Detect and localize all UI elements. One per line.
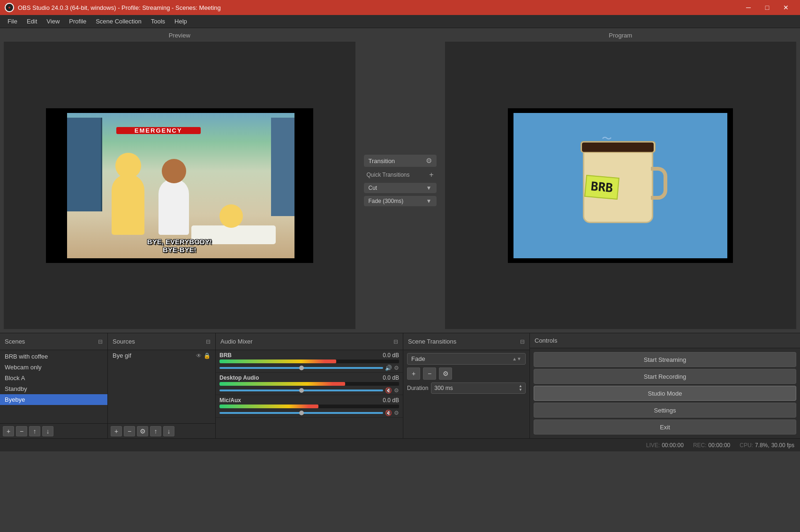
menubar: File Edit View Profile Scene Collection … (0, 15, 800, 28)
scene-transitions-icon[interactable]: ⊟ (520, 338, 525, 345)
quick-transitions-label: Quick Transitions (367, 172, 430, 178)
transition-add-button[interactable]: + (407, 367, 420, 380)
right-black-bar (297, 108, 313, 263)
controls-title: Controls (535, 337, 557, 344)
audio-brb-slider[interactable] (219, 367, 383, 369)
audio-section: Audio Mixer ⊟ BRB 0.0 dB 🔊 ⚙ Desktop (216, 333, 403, 438)
audio-icon[interactable]: ⊟ (393, 338, 398, 345)
transition-settings-icon[interactable]: ⚙ (426, 157, 432, 165)
sources-down-button[interactable]: ↓ (163, 426, 174, 436)
audio-desktop-settings-icon[interactable]: ⚙ (394, 387, 399, 394)
scenes-icon[interactable]: ⊟ (98, 338, 103, 345)
audio-desktop-slider[interactable] (219, 390, 383, 391)
fade-chevron-icon: ▼ (426, 198, 432, 204)
subtitle-line2: BYE-BYE! (147, 246, 212, 254)
exit-button[interactable]: Exit (534, 420, 796, 435)
source-item-bye-gif[interactable]: Bye gif 👁 🔒 (108, 350, 215, 361)
audio-title: Audio Mixer (220, 338, 253, 345)
transition-remove-button[interactable]: − (423, 367, 436, 380)
controls-section: Controls Start Streaming Start Recording… (530, 333, 800, 438)
start-streaming-button[interactable]: Start Streaming (534, 352, 796, 367)
live-status: LIVE: 00:00:00 (646, 442, 684, 449)
sources-add-button[interactable]: + (111, 426, 122, 436)
bottom-panel: Scenes ⊟ BRB with coffee Webcam only Blo… (0, 333, 800, 438)
quick-transitions-add-icon[interactable]: + (429, 171, 433, 179)
program-area: BRB 〜 (445, 42, 797, 329)
close-button[interactable]: ✕ (777, 0, 795, 15)
duration-input-box[interactable]: 300 ms ▲ ▼ (431, 382, 526, 394)
transitions-actions: + − ⚙ (407, 367, 526, 380)
sources-section: Sources ⊟ Bye gif 👁 🔒 + − ⚙ ↑ ↓ (108, 333, 216, 438)
audio-mic-meter (219, 405, 399, 408)
audio-desktop-thumb (299, 388, 304, 393)
transition-settings-button[interactable]: ⚙ (439, 367, 452, 380)
scene-item-blocka[interactable]: Block A (0, 373, 107, 383)
scenes-add-button[interactable]: + (3, 426, 14, 436)
sources-title: Sources (113, 338, 135, 345)
audio-mic-slider[interactable] (219, 412, 383, 414)
maximize-button[interactable]: □ (758, 0, 777, 15)
audio-mic-settings-icon[interactable]: ⚙ (394, 410, 399, 416)
menu-profile[interactable]: Profile (64, 16, 91, 26)
source-lock-icon[interactable]: 🔒 (204, 352, 211, 359)
cut-dropdown[interactable]: Cut ▼ (364, 183, 437, 193)
scene-item-webcam[interactable]: Webcam only (0, 362, 107, 373)
transitions-content: Fade ▲▼ + − ⚙ Duration 300 ms ▲ ▼ (403, 350, 529, 397)
audio-brb-name: BRB (219, 352, 232, 359)
live-label: LIVE: (646, 442, 660, 449)
preview-canvas: EMERGENCY BYE, EVERYBODY! BYE-BYE! (65, 113, 294, 258)
scene-item-standby[interactable]: Standby (0, 383, 107, 394)
audio-channel-desktop-header: Desktop Audio 0.0 dB (219, 375, 399, 381)
audio-brb-meter (219, 360, 399, 363)
minimize-button[interactable]: ─ (739, 0, 758, 15)
scenes-remove-button[interactable]: − (16, 426, 27, 436)
audio-brb-speaker-icon[interactable]: 🔊 (385, 365, 392, 371)
start-recording-button[interactable]: Start Recording (534, 369, 796, 384)
audio-brb-bar (219, 360, 336, 363)
transition-select-arrow: ▲▼ (512, 356, 521, 361)
menu-help[interactable]: Help (170, 16, 192, 26)
studio-mode-button[interactable]: Studio Mode (534, 386, 796, 401)
scenes-up-button[interactable]: ↑ (29, 426, 40, 436)
menu-tools[interactable]: Tools (146, 16, 170, 26)
sources-up-button[interactable]: ↑ (150, 426, 161, 436)
transition-select-value: Fade (411, 355, 425, 362)
audio-brb-settings-icon[interactable]: ⚙ (394, 365, 399, 371)
live-value: 00:00:00 (662, 442, 684, 449)
preview-label: Preview (169, 32, 190, 39)
cut-chevron-icon: ▼ (426, 185, 432, 191)
audio-mic-thumb (299, 411, 304, 415)
sources-icon[interactable]: ⊟ (206, 338, 211, 345)
mug-coffee (582, 142, 654, 152)
menu-edit[interactable]: Edit (22, 16, 42, 26)
duration-down-icon[interactable]: ▼ (519, 388, 522, 392)
subtitles: BYE, EVERYBODY! BYE-BYE! (147, 238, 212, 254)
char1-body (112, 174, 144, 235)
menu-view[interactable]: View (42, 16, 64, 26)
app-icon: ● (5, 3, 14, 12)
audio-desktop-bar (219, 382, 345, 386)
statusbar: LIVE: 00:00:00 REC: 00:00:00 CPU: 7.8%, … (0, 438, 800, 451)
scene-item-brb[interactable]: BRB with coffee (0, 351, 107, 362)
fade-dropdown[interactable]: Fade (300ms) ▼ (364, 196, 437, 206)
char2-head (162, 159, 186, 183)
cpu-label: CPU: (740, 442, 753, 449)
audio-desktop-mute-icon[interactable]: 🔇 (385, 387, 392, 394)
scenes-section: Scenes ⊟ BRB with coffee Webcam only Blo… (0, 333, 108, 438)
source-eye-icon[interactable]: 👁 (196, 352, 202, 359)
audio-desktop-db: 0.0 dB (383, 375, 399, 381)
audio-channel-mic-header: Mic/Aux 0.0 dB (219, 397, 399, 404)
audio-mic-name: Mic/Aux (219, 397, 241, 404)
menu-scene-collection[interactable]: Scene Collection (91, 16, 146, 26)
audio-mic-mute-icon[interactable]: 🔇 (385, 410, 392, 416)
menu-file[interactable]: File (3, 16, 22, 26)
quick-transitions-row: Quick Transitions + (364, 170, 437, 180)
settings-button[interactable]: Settings (534, 403, 796, 418)
sources-settings-button[interactable]: ⚙ (137, 426, 148, 436)
scene-item-byebye[interactable]: Byebye (0, 394, 107, 405)
scenes-down-button[interactable]: ↓ (42, 426, 53, 436)
sources-remove-button[interactable]: − (124, 426, 135, 436)
scene-transitions-section: Scene Transitions ⊟ Fade ▲▼ + − ⚙ Durati… (403, 333, 530, 438)
source-item-icons: 👁 🔒 (196, 352, 211, 359)
transition-select-box[interactable]: Fade ▲▼ (407, 353, 526, 365)
